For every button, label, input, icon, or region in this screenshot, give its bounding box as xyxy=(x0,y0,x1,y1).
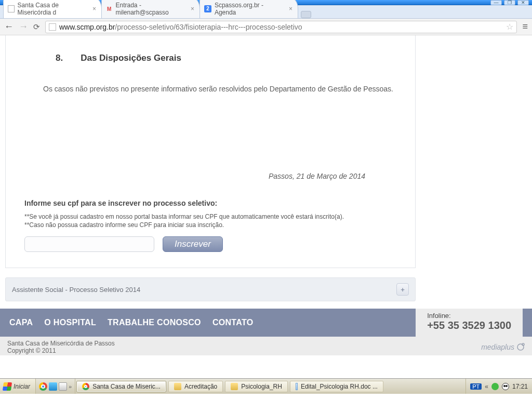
quicklaunch-explorer-icon[interactable] xyxy=(59,382,67,391)
url-host: www.scmp.org.br xyxy=(59,23,115,31)
start-label: Iniciar xyxy=(14,383,30,390)
nav-hospital[interactable]: O HOSPITAL xyxy=(44,318,96,327)
tab-title: Santa Casa de Misericórdia d xyxy=(18,2,89,16)
back-button[interactable]: ← xyxy=(4,21,14,32)
infoline-label: Infoline: xyxy=(427,312,511,320)
footer-copy: Copyright © 2011 xyxy=(7,347,115,354)
close-icon[interactable]: × xyxy=(92,5,96,12)
window-maximize-button[interactable]: ❐ xyxy=(504,0,515,5)
tray-status-icon[interactable] xyxy=(491,383,499,390)
quick-launch: » xyxy=(36,379,75,394)
cpf-hint-1: **Se você já possui cadastro em nosso po… xyxy=(24,212,396,221)
tab-title: Scpassos.org.br - Agenda xyxy=(215,2,286,16)
taskbar-task-0[interactable]: Santa Casa de Miseric... xyxy=(76,381,166,392)
section-heading: 8. Das Disposições Gerais xyxy=(56,53,396,63)
task-label: Acreditação xyxy=(184,383,217,390)
tab-title: Entrada - milenarh@scpasso xyxy=(116,2,188,16)
document-date: Passos, 21 de Março de 2014 xyxy=(24,172,396,180)
chrome-icon xyxy=(82,383,89,390)
address-bar[interactable]: www.scmp.org.br/processo-seletivo/63/fis… xyxy=(45,21,517,33)
document-icon xyxy=(296,383,298,390)
section-title: Das Disposições Gerais xyxy=(81,53,181,63)
browser-tab-0[interactable]: Santa Casa de Misericórdia d × xyxy=(3,0,102,18)
browser-tab-1[interactable]: M Entrada - milenarh@scpasso × xyxy=(101,0,200,18)
window-close-button[interactable]: ✕ xyxy=(517,0,529,5)
close-icon[interactable]: × xyxy=(191,5,194,12)
url-path: /processo-seletivo/63/fisioterapia---hrc… xyxy=(115,23,302,31)
infoline: Infoline: +55 35 3529 1300 xyxy=(416,309,523,337)
cpf-form: Inscrever xyxy=(24,236,396,252)
quicklaunch-expand-icon[interactable]: » xyxy=(69,383,72,390)
task-label: Santa Casa de Miseric... xyxy=(92,383,161,390)
windows-logo-icon xyxy=(3,382,12,391)
nav-capa[interactable]: CAPA xyxy=(9,318,33,327)
subscribe-button[interactable]: Inscrever xyxy=(163,236,223,252)
footer-org: Santa Casa de Misericórdia de Passos xyxy=(7,340,115,347)
page-viewport: 8. Das Disposições Gerais Os casos não p… xyxy=(0,35,532,378)
tray-panda-icon[interactable] xyxy=(502,383,509,390)
site-icon: 2 xyxy=(204,5,211,12)
taskbar-clock[interactable]: 17:21 xyxy=(512,383,528,390)
chrome-menu-button[interactable]: ≡ xyxy=(522,21,528,32)
language-indicator[interactable]: PT xyxy=(470,383,482,390)
quicklaunch-chrome-icon[interactable] xyxy=(39,382,47,391)
window-controls: — ❐ ✕ xyxy=(490,0,529,5)
mediaplus-brand[interactable]: mediaplus xyxy=(481,343,525,351)
cpf-input[interactable] xyxy=(24,236,154,252)
tab-strip: Santa Casa de Misericórdia d × M Entrada… xyxy=(0,5,532,19)
system-tray: PT « 17:21 xyxy=(466,379,532,394)
bookmark-star-icon[interactable]: ☆ xyxy=(506,22,513,32)
taskbar: Iniciar » Santa Casa de Miseric... Acred… xyxy=(0,378,532,394)
taskbar-task-3[interactable]: Edital_Psicologia RH.doc ... xyxy=(290,381,383,392)
svg-point-1 xyxy=(522,343,524,345)
site-nav: CAPA O HOSPITAL TRABALHE CONOSCO CONTATO… xyxy=(0,309,532,337)
page-icon xyxy=(49,23,56,31)
taskbar-task-2[interactable]: Psicologia_RH xyxy=(225,381,288,392)
reload-button[interactable]: ⟳ xyxy=(33,22,40,32)
page-icon xyxy=(8,5,15,12)
tray-expand-icon[interactable]: « xyxy=(485,383,488,390)
nav-trabalhe[interactable]: TRABALHE CONOSCO xyxy=(108,318,201,327)
related-item[interactable]: Assistente Social - Processo Seletivo 20… xyxy=(5,277,416,301)
quicklaunch-ie-icon[interactable] xyxy=(49,382,57,391)
nav-contato[interactable]: CONTATO xyxy=(212,318,254,327)
mediaplus-icon xyxy=(516,343,525,351)
close-icon[interactable]: × xyxy=(289,5,292,12)
new-tab-button[interactable] xyxy=(301,11,311,18)
browser-toolbar: ← → ⟳ www.scmp.org.br/processo-seletivo/… xyxy=(0,19,532,35)
task-label: Psicologia_RH xyxy=(241,383,282,390)
svg-point-0 xyxy=(517,344,524,350)
site-footer: Santa Casa de Misericórdia de Passos Cop… xyxy=(0,337,532,355)
window-minimize-button[interactable]: — xyxy=(490,0,502,5)
gmail-icon: M xyxy=(106,5,113,12)
start-button[interactable]: Iniciar xyxy=(0,379,36,394)
related-title: Assistente Social - Processo Seletivo 20… xyxy=(12,286,140,294)
browser-tab-2[interactable]: 2 Scpassos.org.br - Agenda × xyxy=(200,0,298,18)
section-body: Os casos não previstos no presente infor… xyxy=(24,84,396,94)
folder-icon xyxy=(231,383,238,390)
main-panel: 8. Das Disposições Gerais Os casos não p… xyxy=(5,35,416,268)
mediaplus-label: mediaplus xyxy=(481,343,514,351)
taskbar-task-1[interactable]: Acreditação xyxy=(168,381,223,392)
infoline-number: +55 35 3529 1300 xyxy=(427,320,511,331)
section-number: 8. xyxy=(56,53,63,63)
expand-plus-button[interactable]: + xyxy=(396,283,409,296)
cpf-prompt: Informe seu cpf para se inscrever no pro… xyxy=(24,199,396,207)
forward-button[interactable]: → xyxy=(19,21,28,32)
cpf-hint-2: **Caso não possua cadastro informe seu C… xyxy=(24,221,396,229)
folder-icon xyxy=(174,383,181,390)
task-label: Edital_Psicologia RH.doc ... xyxy=(301,383,378,390)
